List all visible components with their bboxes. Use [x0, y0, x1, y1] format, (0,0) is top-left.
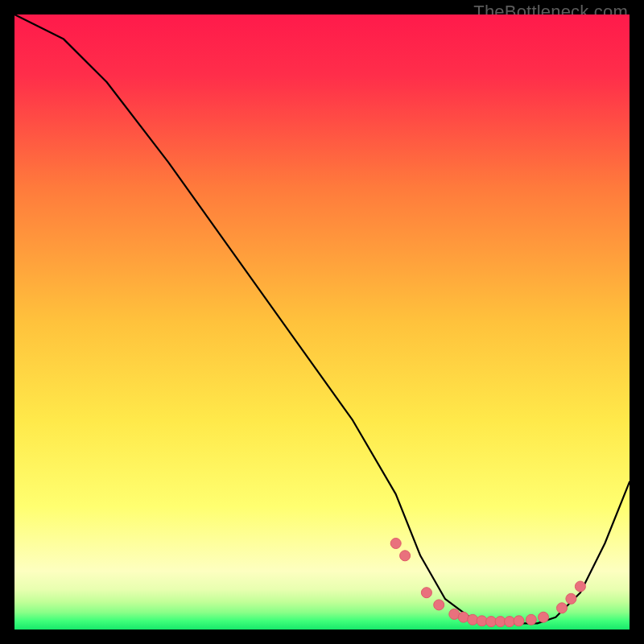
- marker-point: [434, 600, 444, 610]
- marker-point: [575, 581, 585, 592]
- gradient-background: [14, 14, 630, 630]
- marker-point: [468, 614, 478, 625]
- marker-point: [526, 614, 536, 625]
- marker-point: [458, 612, 469, 622]
- bottleneck-plot: [14, 14, 630, 630]
- marker-point: [421, 588, 431, 598]
- marker-point: [400, 551, 411, 561]
- marker-point: [390, 539, 401, 549]
- marker-point: [514, 616, 524, 626]
- marker-point: [566, 593, 576, 604]
- marker-point: [557, 603, 568, 613]
- marker-point: [539, 612, 549, 622]
- chart-stage: TheBottleneck.com: [0, 0, 644, 644]
